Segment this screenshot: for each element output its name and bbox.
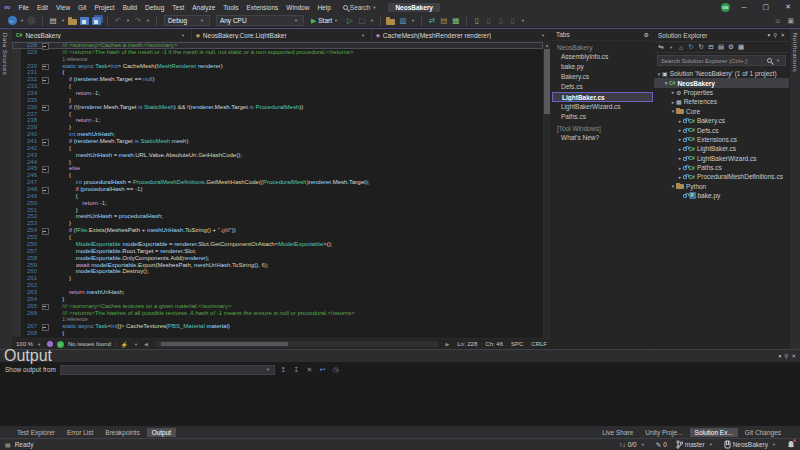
fold-collapse-icon[interactable]: [40, 138, 49, 145]
menu-project[interactable]: Project: [90, 4, 118, 11]
collapse-all-icon[interactable]: ⊟: [707, 43, 715, 51]
preview-selected-items-icon[interactable]: ▦: [737, 43, 745, 51]
breakpoint-margin[interactable]: [12, 117, 21, 124]
undo-icon[interactable]: ↶: [113, 16, 122, 26]
previous-message-icon[interactable]: ↥: [279, 366, 288, 374]
eol-indicator[interactable]: CRLF: [531, 341, 547, 347]
menu-build[interactable]: Build: [119, 4, 141, 11]
breakpoint-margin[interactable]: [12, 207, 21, 214]
fold-collapse-icon[interactable]: [40, 165, 49, 172]
breakpoint-margin[interactable]: [12, 152, 21, 159]
clear-bookmarks-icon[interactable]: ▯: [508, 16, 517, 26]
menu-git[interactable]: Git: [74, 4, 90, 11]
window-position-icon[interactable]: ▾: [768, 32, 771, 38]
menu-edit[interactable]: Edit: [33, 4, 52, 11]
tree-item-neosbakery[interactable]: ▾C#NeosBakery: [654, 78, 789, 87]
tabs-settings-gear-icon[interactable]: ⚙: [644, 31, 649, 38]
word-wrap-icon[interactable]: ↩: [318, 366, 327, 374]
breakpoint-margin[interactable]: [12, 131, 21, 138]
editor-horizontal-scrollbar[interactable]: [155, 341, 439, 347]
start-without-debugging-icon[interactable]: ▷: [345, 16, 354, 26]
fold-collapse-icon[interactable]: [40, 303, 49, 310]
output-source-dropdown[interactable]: ▼: [60, 365, 275, 375]
breakpoint-margin[interactable]: [12, 316, 21, 323]
document-tab-lightbaker-cs[interactable]: LightBaker.cs: [552, 92, 653, 102]
maximize-button[interactable]: ▢: [759, 3, 774, 11]
tree-item-core[interactable]: ▾Core: [654, 107, 789, 116]
project-dropdown[interactable]: C# NeosBakery ▼: [12, 29, 192, 41]
tree-item-defs-cs[interactable]: ▸C#Defs.cs: [654, 125, 789, 134]
send-feedback-icon[interactable]: ☺: [774, 17, 781, 25]
next-message-icon[interactable]: ↧: [292, 366, 301, 374]
menu-debug[interactable]: Debug: [141, 4, 168, 11]
menu-tools[interactable]: Tools: [219, 4, 242, 11]
tree-item-bake-py[interactable]: Pbake.py: [654, 191, 789, 200]
breakpoint-margin[interactable]: [12, 138, 21, 145]
tree-item-solution-neosbakery-1-of-1-project-[interactable]: ▾▣Solution 'NeosBakery' (1 of 1 project): [654, 69, 789, 78]
breakpoint-margin[interactable]: [12, 76, 21, 83]
pin-icon[interactable]: ⚲: [784, 353, 788, 359]
breakpoint-margin[interactable]: [12, 248, 21, 255]
breakpoint-margin[interactable]: [12, 83, 21, 90]
close-icon[interactable]: ✕: [780, 32, 785, 38]
fold-collapse-icon[interactable]: [40, 42, 49, 49]
breakpoint-margin[interactable]: [12, 310, 21, 317]
pin-icon[interactable]: ⚲: [773, 32, 777, 38]
breakpoint-margin[interactable]: [12, 303, 21, 310]
fold-collapse-icon[interactable]: [40, 63, 49, 70]
breakpoint-margin[interactable]: [12, 255, 21, 262]
fold-collapse-icon[interactable]: [40, 104, 49, 111]
command-window-icon[interactable]: ▥: [398, 16, 407, 26]
breakpoint-margin[interactable]: [12, 289, 21, 296]
notifications-bell[interactable]: [787, 440, 795, 449]
breakpoint-margin[interactable]: [12, 275, 21, 282]
panel-tab-error-list[interactable]: Error List: [62, 428, 98, 437]
new-project-icon[interactable]: ▤: [48, 16, 57, 26]
code-suggestions-icon[interactable]: ⚡: [121, 341, 129, 348]
breakpoint-margin[interactable]: [12, 220, 21, 227]
close-icon[interactable]: ✕: [791, 353, 796, 359]
breakpoint-margin[interactable]: [12, 49, 21, 56]
solution-explorer-header[interactable]: Solution Explorer ▾ ⚲ ✕: [654, 29, 789, 41]
breakpoint-margin[interactable]: [12, 172, 21, 179]
quick-search-box[interactable]: Search ▼: [343, 4, 379, 11]
clear-all-icon[interactable]: ✕: [305, 366, 314, 374]
notifications-tab[interactable]: Notifications: [792, 29, 798, 72]
navigate-to-icon[interactable]: ⇄: [427, 16, 436, 26]
output-content[interactable]: [0, 377, 800, 426]
solution-explorer-icon[interactable]: ▤: [439, 16, 448, 26]
editor-vertical-scrollbar[interactable]: ▲: [543, 42, 551, 338]
fold-collapse-icon[interactable]: [40, 323, 49, 330]
panel-tab-solution-ex-[interactable]: Solution Ex...: [690, 428, 738, 437]
pending-edits[interactable]: ✎0: [656, 441, 667, 449]
redo-icon[interactable]: ↷: [133, 16, 142, 26]
panel-tab-output[interactable]: Output: [147, 428, 177, 437]
minimize-button[interactable]: ─: [738, 4, 751, 11]
live-share-icon[interactable]: ▣: [787, 17, 794, 25]
breakpoint-margin[interactable]: [12, 90, 21, 97]
toggle-bookmark-icon[interactable]: ▯: [472, 16, 481, 26]
solution-configurations-dropdown[interactable]: Debug▼: [164, 15, 210, 26]
code-editor[interactable]: 228 /// <summary>Caches a mesh.</summary…: [12, 42, 543, 338]
scroll-up-arrow-icon[interactable]: ▲: [545, 42, 550, 48]
breakpoint-margin[interactable]: [12, 186, 21, 193]
panel-tab-live-share[interactable]: Live Share: [597, 428, 638, 437]
spaces-indicator[interactable]: SPC: [511, 341, 523, 347]
breakpoint-margin[interactable]: [12, 97, 21, 104]
breakpoint-margin[interactable]: [12, 145, 21, 152]
menu-file[interactable]: File: [14, 4, 32, 11]
breakpoint-margin[interactable]: [12, 262, 21, 269]
fold-collapse-icon[interactable]: [40, 76, 49, 83]
document-tab-paths-cs[interactable]: Paths.cs: [552, 112, 653, 122]
tree-item-lightbakerwizard-cs[interactable]: ▸C#LightBakerWizard.cs: [654, 154, 789, 163]
home-icon[interactable]: ⌂: [677, 44, 685, 51]
document-tab-bakery-cs[interactable]: Bakery.cs: [552, 72, 653, 82]
panel-tab-breakpoints[interactable]: Breakpoints: [100, 428, 144, 437]
breakpoint-margin[interactable]: [12, 56, 21, 63]
member-dropdown[interactable]: ◆ CacheMesh(MeshRenderer renderer) ▼: [372, 29, 551, 41]
breakpoint-margin[interactable]: [12, 241, 21, 248]
background-tasks-icon[interactable]: ▤: [5, 441, 11, 448]
switch-views-icon[interactable]: ⇆: [657, 43, 665, 51]
previous-bookmark-icon[interactable]: ▯: [484, 16, 493, 26]
sync-with-active-document-icon[interactable]: ↻: [687, 43, 695, 51]
